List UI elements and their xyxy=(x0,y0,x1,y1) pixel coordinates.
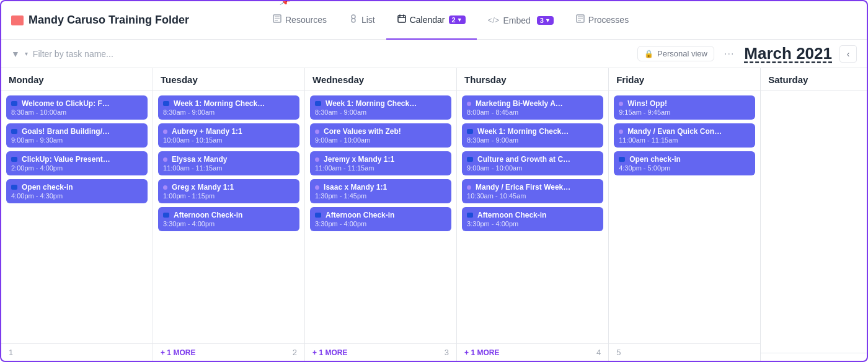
calendar-badge: 2 ▼ xyxy=(449,15,466,24)
day-footer-thursday: + 1 MORE 4 xyxy=(457,343,608,361)
day-events-friday: Wins! Opp! 9:15am - 9:45am Mandy / Evan … xyxy=(609,90,760,343)
day-column-saturday: Saturday xyxy=(761,68,867,361)
event-clickup-value[interactable]: ClickUp: Value Present… 2:00pm - 4:00pm xyxy=(6,151,148,175)
event-isaac-mandy[interactable]: Isaac x Mandy 1:1 1:30pm - 1:45pm xyxy=(310,179,451,203)
tab-embed-label: Embed xyxy=(503,15,530,25)
more-events-tuesday[interactable]: + 1 MORE xyxy=(161,348,195,357)
event-week1-morning-tue[interactable]: Week 1: Morning Check… 8:30am - 9:00am xyxy=(158,95,299,120)
day-number-thursday: 4 xyxy=(596,348,601,357)
event-title: Welcome to ClickUp: F… xyxy=(11,99,143,108)
personal-view-label: Personal view xyxy=(657,49,707,58)
event-core-values[interactable]: Core Values with Zeb! 9:00am - 10:00am xyxy=(310,123,451,148)
event-goals-brand[interactable]: Goals! Brand Building/… 9:00am - 9:30am xyxy=(6,123,148,148)
event-time: 9:00am - 9:30am xyxy=(11,136,143,144)
calendar-grid: Monday Welcome to ClickUp: F… 8:30am - 1… xyxy=(1,68,867,361)
tab-processes[interactable]: Processes xyxy=(565,1,640,40)
event-title: Greg x Mandy 1:1 xyxy=(163,183,294,192)
header: Mandy Caruso Training Folder 📌 Resources… xyxy=(1,1,867,40)
calendar-icon xyxy=(397,14,406,25)
svg-point-5 xyxy=(352,19,355,22)
day-events-wednesday: Week 1: Morning Check… 8:30am - 9:00am C… xyxy=(305,90,456,343)
lock-icon: 🔒 xyxy=(644,50,653,58)
event-time: 8:30am - 10:00am xyxy=(11,108,143,116)
nav-tabs: 📌 Resources List Calendar xyxy=(262,1,867,40)
day-header-saturday: Saturday xyxy=(761,68,867,90)
event-title: Wins! Opp! xyxy=(619,99,750,108)
event-title: Week 1: Morning Check… xyxy=(163,99,294,108)
prev-month-button[interactable]: ‹ xyxy=(839,45,857,63)
event-time: 1:30pm - 1:45pm xyxy=(315,192,446,200)
filter-chevron-icon: ▾ xyxy=(25,50,28,57)
personal-view-button[interactable]: 🔒 Personal view xyxy=(637,46,714,61)
event-afternoon-checkin-wed[interactable]: Afternoon Check-in 3:30pm - 4:00pm xyxy=(310,207,451,231)
event-time: 9:00am - 10:00am xyxy=(315,136,446,144)
event-greg-mandy[interactable]: Greg x Mandy 1:1 1:00pm - 1:15pm xyxy=(158,179,299,203)
event-title: Core Values with Zeb! xyxy=(315,127,446,136)
event-aubrey-mandy[interactable]: Aubrey + Mandy 1:1 10:00am - 10:15am xyxy=(158,123,299,148)
event-time: 8:30am - 9:00am xyxy=(163,108,294,116)
svg-point-4 xyxy=(352,15,355,19)
day-header-friday: Friday xyxy=(609,68,760,90)
event-time: 9:15am - 9:45am xyxy=(619,108,750,116)
event-time: 11:00am - 11:15am xyxy=(315,164,446,172)
pin-icon: 📌 xyxy=(280,0,292,7)
folder-icon xyxy=(11,15,24,25)
sub-header: ▼ ▾ Filter by task name... 🔒 Personal vi… xyxy=(1,40,867,68)
tab-calendar[interactable]: Calendar 2 ▼ xyxy=(386,1,477,40)
tab-resources-label: Resources xyxy=(285,15,327,25)
day-number-friday: 5 xyxy=(616,348,621,357)
event-afternoon-checkin-thu[interactable]: Afternoon Check-in 3:30pm - 4:00pm xyxy=(462,207,603,231)
day-footer-monday: 1 xyxy=(1,343,153,361)
more-events-thursday[interactable]: + 1 MORE xyxy=(464,348,499,357)
event-open-checkin-fri[interactable]: Open check-in 4:30pm - 5:00pm xyxy=(614,151,755,175)
more-events-wednesday[interactable]: + 1 MORE xyxy=(312,348,347,357)
event-week1-morning-thu[interactable]: Week 1: Morning Check… 8:30am - 9:00am xyxy=(462,123,603,148)
event-time: 1:00pm - 1:15pm xyxy=(163,192,294,200)
event-time: 4:30pm - 5:00pm xyxy=(619,164,750,172)
day-header-thursday: Thursday xyxy=(457,68,608,90)
tab-embed[interactable]: </> Embed 3 ▼ xyxy=(477,1,565,40)
tab-list[interactable]: List xyxy=(338,1,386,40)
day-number-monday: 1 xyxy=(9,348,13,357)
event-time: 4:00pm - 4:30pm xyxy=(11,192,143,200)
event-title: ClickUp: Value Present… xyxy=(11,155,143,164)
event-mandy-erica[interactable]: Mandy / Erica First Week… 10:30am - 10:4… xyxy=(462,179,603,203)
day-events-monday: Welcome to ClickUp: F… 8:30am - 10:00am … xyxy=(1,90,153,343)
embed-badge: 3 ▼ xyxy=(537,16,554,25)
more-options-button[interactable]: ··· xyxy=(724,48,734,60)
event-open-checkin-mon[interactable]: Open check-in 4:00pm - 4:30pm xyxy=(6,179,148,203)
event-welcome-clickup[interactable]: Welcome to ClickUp: F… 8:30am - 10:00am xyxy=(6,95,148,120)
event-title: Isaac x Mandy 1:1 xyxy=(315,183,446,192)
event-mandy-evan[interactable]: Mandy / Evan Quick Con… 11:00am - 11:15a… xyxy=(614,123,755,148)
event-jeremy-mandy[interactable]: Jeremy x Mandy 1:1 11:00am - 11:15am xyxy=(310,151,451,175)
event-wins-opp[interactable]: Wins! Opp! 9:15am - 9:45am xyxy=(614,95,755,120)
tab-resources[interactable]: 📌 Resources xyxy=(262,1,338,40)
day-number-wednesday: 3 xyxy=(445,348,449,357)
event-time: 3:30pm - 4:00pm xyxy=(467,220,598,227)
event-title: Jeremy x Mandy 1:1 xyxy=(315,155,446,164)
event-title: Mandy / Evan Quick Con… xyxy=(619,127,750,136)
event-title: Afternoon Check-in xyxy=(467,211,598,219)
day-header-wednesday: Wednesday xyxy=(305,68,456,90)
event-marketing-biweekly[interactable]: Marketing Bi-Weekly A… 8:00am - 8:45am xyxy=(462,95,603,120)
event-title: Week 1: Morning Check… xyxy=(467,127,598,136)
day-footer-wednesday: + 1 MORE 3 xyxy=(305,343,456,361)
right-controls: 🔒 Personal view ··· March 2021 ‹ xyxy=(637,44,857,63)
day-column-friday: Friday Wins! Opp! 9:15am - 9:45am Mandy … xyxy=(609,68,761,361)
event-time: 3:30pm - 4:00pm xyxy=(315,220,446,227)
month-nav: March 2021 ‹ xyxy=(744,44,857,63)
event-week1-morning-wed[interactable]: Week 1: Morning Check… 8:30am - 9:00am xyxy=(310,95,451,120)
event-title: Open check-in xyxy=(619,155,750,164)
event-title: Aubrey + Mandy 1:1 xyxy=(163,127,294,136)
svg-rect-6 xyxy=(398,15,405,22)
event-elyssa-mandy[interactable]: Elyssa x Mandy 11:00am - 11:15am xyxy=(158,151,299,175)
event-title: Afternoon Check-in xyxy=(163,211,294,219)
event-time: 8:30am - 9:00am xyxy=(315,108,446,116)
list-icon xyxy=(349,14,358,25)
event-time: 8:00am - 8:45am xyxy=(467,108,598,116)
event-culture-growth[interactable]: Culture and Growth at C… 9:00am - 10:00a… xyxy=(462,151,603,175)
filter-placeholder[interactable]: Filter by task name... xyxy=(33,49,113,59)
event-afternoon-checkin-tue[interactable]: Afternoon Check-in 3:30pm - 4:00pm xyxy=(158,207,299,231)
folder-title: Mandy Caruso Training Folder xyxy=(29,14,189,27)
event-title: Afternoon Check-in xyxy=(315,211,446,219)
